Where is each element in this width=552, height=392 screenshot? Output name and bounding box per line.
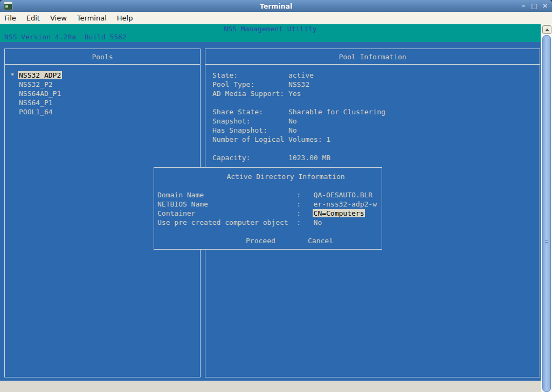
pool-info-row: AD Media Support:Yes: [212, 89, 540, 98]
app-title: NSS Management Utility: [0, 24, 541, 33]
pool-info-rows: State:activePool Type:NSS32AD Media Supp…: [205, 65, 540, 162]
dialog-separator: :: [296, 218, 301, 226]
dialog-value: er-nss32-adp2-w: [301, 200, 377, 208]
info-value: No: [288, 117, 297, 125]
info-label: AD Media Support:: [212, 89, 288, 98]
dialog-row: NETBIOS Name:er-nss32-adp2-w: [157, 200, 382, 209]
pool-info-row: Share State:Sharable for Clustering: [212, 107, 540, 116]
dialog-rows: Domain Name:QA-OESAUTO.BLRNETBIOS Name:e…: [157, 190, 382, 227]
terminal-window: Terminal –□✕ FileEditViewTerminalHelp NS…: [0, 0, 552, 392]
dialog-label: Domain Name: [157, 190, 296, 200]
menu-edit[interactable]: Edit: [26, 14, 40, 22]
pool-info-row: Capacity:1023.00 MB: [212, 153, 540, 162]
window-title: Terminal: [0, 2, 552, 10]
info-value: Sharable for Clustering: [288, 108, 385, 116]
pool-list-item[interactable]: POOL1_64: [5, 107, 200, 116]
container-field[interactable]: CN=Computers: [313, 209, 365, 217]
pool-info-row: [212, 144, 540, 153]
dialog-spacer: [157, 181, 382, 190]
info-value: 1: [322, 135, 331, 143]
pool-info-row: Pool Type:NSS32: [212, 80, 540, 89]
ad-info-dialog: Active Directory Information Domain Name…: [154, 167, 382, 250]
dialog-value: QA-OESAUTO.BLR: [301, 191, 372, 199]
pools-panel-title: Pools: [5, 49, 200, 65]
minimize-button[interactable]: –: [520, 2, 527, 10]
app-header: NSS Management Utility NSS Version 4.20a…: [0, 24, 541, 42]
pool-list-item[interactable]: NSS64_P1: [5, 98, 200, 107]
dialog-label: Use pre-created computer object: [157, 218, 296, 227]
menu-view[interactable]: View: [50, 14, 67, 22]
info-label: Number of Logical Volumes:: [212, 135, 322, 144]
info-value: Yes: [288, 90, 301, 98]
menu-terminal[interactable]: Terminal: [77, 14, 107, 22]
pool-list-item[interactable]: NSS32_P2: [5, 80, 200, 89]
scrollbar-thumb[interactable]: [542, 35, 551, 392]
scroll-up-button[interactable]: [542, 25, 551, 34]
pool-list-item[interactable]: *NSS32_ADP2: [5, 71, 200, 80]
cancel-button[interactable]: Cancel: [308, 236, 333, 245]
pool-info-row: [212, 98, 540, 107]
info-label: Pool Type:: [212, 80, 288, 89]
dialog-value-highlighted[interactable]: CN=Computers: [301, 209, 364, 217]
info-label: Has Snapshot:: [212, 126, 288, 135]
dialog-separator: :: [296, 200, 301, 208]
terminal-icon: [4, 2, 12, 10]
maximize-button[interactable]: □: [530, 2, 538, 10]
pool-list-item[interactable]: NSS64AD_P1: [5, 89, 200, 98]
dialog-row: Domain Name:QA-OESAUTO.BLR: [157, 190, 382, 200]
info-label: Snapshot:: [212, 116, 288, 126]
pools-list: *NSS32_ADP2NSS32_P2NSS64AD_P1NSS64_P1POO…: [5, 65, 200, 116]
pool-info-title: Pool Information: [205, 49, 540, 65]
statusbar: ? Ins=Create Del=Delete F3=Expand F6=Ren…: [0, 381, 541, 392]
info-label: Share State:: [212, 107, 288, 116]
dialog-row: Container:CN=Computers: [157, 209, 382, 218]
proceed-button[interactable]: Proceed: [246, 236, 275, 245]
dialog-title: Active Directory Information: [157, 172, 382, 181]
dialog-value: No: [301, 218, 322, 226]
window-controls: –□✕: [520, 0, 549, 12]
dialog-separator: :: [296, 191, 301, 199]
terminal-screen: NSS Management Utility NSS Version 4.20a…: [0, 24, 552, 392]
pool-name: NSS64_P1: [19, 99, 53, 107]
info-value: 1023.00 MB: [288, 154, 330, 162]
pool-name: NSS64AD_P1: [19, 90, 61, 98]
pool-name: POOL1_64: [19, 108, 53, 116]
pool-info-row: State:active: [212, 71, 540, 80]
scrollbar-grip-icon: [545, 242, 548, 243]
info-value: active: [288, 71, 314, 79]
menu-file[interactable]: File: [4, 14, 16, 22]
dialog-label: Container: [157, 209, 296, 218]
close-button[interactable]: ✕: [541, 2, 549, 10]
info-label: State:: [212, 71, 288, 80]
pool-info-row: Has Snapshot:No: [212, 126, 540, 135]
pool-info-row: Number of Logical Volumes:1: [212, 135, 540, 144]
pool-name: NSS32_P2: [19, 80, 53, 88]
dialog-row: Use pre-created computer object:No: [157, 218, 382, 227]
dialog-buttons: ProceedCancel: [157, 236, 382, 245]
menu-help[interactable]: Help: [117, 14, 133, 22]
menubar: FileEditViewTerminalHelp: [0, 12, 552, 24]
scrollbar-track[interactable]: [541, 24, 552, 392]
info-label: Capacity:: [212, 153, 288, 162]
app-version: NSS Version 4.20a Build 5562: [4, 32, 127, 42]
dialog-separator: :: [296, 209, 301, 217]
info-value: No: [288, 126, 297, 134]
pool-info-row: Snapshot:No: [212, 116, 540, 126]
info-value: NSS32: [288, 80, 309, 88]
main-area: Pools *NSS32_ADP2NSS32_P2NSS64AD_P1NSS64…: [0, 42, 541, 381]
dialog-label: NETBIOS Name: [157, 200, 296, 209]
pool-name: NSS32_ADP2: [18, 71, 62, 79]
titlebar: Terminal –□✕: [0, 0, 552, 12]
